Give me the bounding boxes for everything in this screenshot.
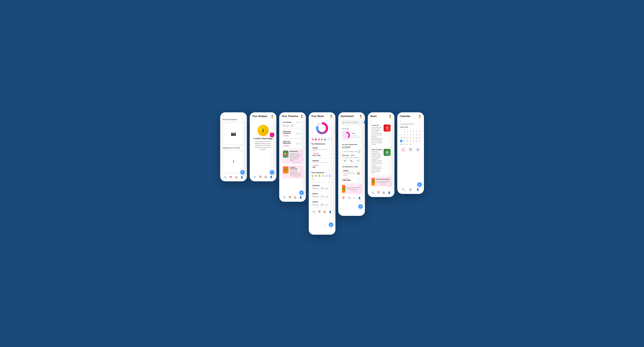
edit-button[interactable]: ✏ xyxy=(330,185,332,187)
nav-profile-icon[interactable]: 👤 xyxy=(358,197,361,199)
prev-month-button[interactable]: ‹ xyxy=(420,126,420,128)
symptom-chip-more[interactable]: … xyxy=(311,178,314,181)
cal-day-10[interactable]: 10 xyxy=(409,133,412,136)
nav-profile-icon[interactable]: 👤 xyxy=(416,188,419,191)
check-button[interactable]: ✓ xyxy=(299,132,302,135)
scan-camera-button[interactable]: 📷 xyxy=(222,122,245,145)
add-appointment-button[interactable]: 📅 xyxy=(408,147,413,152)
fab-add-button[interactable]: + xyxy=(240,170,245,174)
next-month-button[interactable]: › xyxy=(421,126,421,128)
edit-button[interactable]: ✏ xyxy=(359,179,360,181)
edit-calendar-button[interactable]: ✏️ xyxy=(401,147,406,152)
notification-button[interactable]: 🔔 xyxy=(364,120,365,124)
back-button[interactable]: ← xyxy=(222,114,245,117)
cal-day-5[interactable]: 5 xyxy=(416,130,418,133)
nav-profile-icon[interactable]: 👤 xyxy=(270,176,272,178)
cal-day-31[interactable]: 31 xyxy=(409,143,412,146)
symptom-chip-6[interactable]: 🌡 xyxy=(328,174,331,177)
symptom-chip-nausea[interactable]: 🤢 xyxy=(315,174,318,177)
cal-day-25[interactable]: 25 xyxy=(412,140,415,142)
fab-add-button[interactable]: + xyxy=(329,222,333,227)
nav-home-icon[interactable]: 🏠 xyxy=(264,176,267,178)
cal-day-7[interactable]: 7 xyxy=(400,133,402,136)
back-button[interactable]: ← xyxy=(252,120,254,122)
cal-day-19[interactable]: 19 xyxy=(416,136,418,139)
cal-day-4[interactable]: 4 xyxy=(412,130,415,133)
nav-search-icon[interactable]: 🔍 xyxy=(283,196,286,199)
edit-button[interactable]: ✏ xyxy=(330,153,332,155)
nav-calendar-icon[interactable]: 📅 xyxy=(377,191,380,194)
nav-search-icon[interactable]: 🔍 xyxy=(348,197,350,199)
who-guidelines-news-card[interactable]: WHO Guidelines The WHO just announced ne… xyxy=(370,148,392,175)
check-button[interactable]: ✓ xyxy=(299,142,302,145)
cal-day-1[interactable]: 1 xyxy=(403,130,406,133)
symptom-chip-5[interactable]: 💧 xyxy=(325,174,328,177)
nav-home-icon[interactable]: 🏠 xyxy=(409,188,412,191)
edit-button[interactable]: ✏ xyxy=(296,132,299,135)
nav-profile-icon[interactable]: 👤 xyxy=(388,191,390,194)
edit-button[interactable]: ✏ xyxy=(296,142,299,145)
fab-add-button[interactable]: + xyxy=(270,170,274,174)
cal-day-16[interactable]: 16 xyxy=(406,136,409,139)
back-button[interactable]: ← xyxy=(400,120,402,122)
nav-calendar-icon[interactable]: 📅 xyxy=(342,197,345,199)
cal-day-29[interactable]: 29 xyxy=(403,143,406,146)
fab-add-button[interactable]: + xyxy=(417,182,422,187)
cal-day-23[interactable]: 23 xyxy=(406,140,409,142)
symptom-chip-headache[interactable]: 🤕 xyxy=(311,174,314,177)
cal-day-2[interactable]: 2 xyxy=(406,130,409,133)
cal-day-11[interactable]: 11 xyxy=(412,133,415,136)
nav-profile-icon[interactable]: 👤 xyxy=(299,196,302,199)
edit-action-button[interactable]: ✏ xyxy=(355,159,361,162)
phone-action-button[interactable]: 📞 xyxy=(348,159,354,162)
cal-day-22[interactable]: 22 xyxy=(403,140,406,142)
share-button[interactable]: ↑ xyxy=(270,133,274,137)
cal-day-12[interactable]: 12 xyxy=(416,133,418,136)
cal-day-17[interactable]: 17 xyxy=(409,136,412,139)
cal-day-13[interactable]: 13 xyxy=(418,133,422,136)
cal-day-15[interactable]: 15 xyxy=(403,136,406,139)
edit-button[interactable]: ✏ xyxy=(330,193,332,195)
cal-day-30[interactable]: 30 xyxy=(406,143,409,146)
nav-calendar-icon[interactable]: 📅 xyxy=(229,176,232,179)
symptom-chip-anxiety[interactable]: 😰 xyxy=(318,174,321,177)
nav-search-icon[interactable]: 🔍 xyxy=(312,211,315,213)
nav-calendar-icon[interactable]: 📅 xyxy=(318,211,321,213)
nav-search-icon[interactable]: 🔍 xyxy=(254,176,256,178)
nav-home-icon[interactable]: 🏠 xyxy=(294,196,296,199)
fab-add-button[interactable]: + xyxy=(358,204,363,209)
symptom-chip-4[interactable]: 💊 xyxy=(322,174,324,177)
message-action-button[interactable]: ✉ xyxy=(342,159,348,162)
nav-home-icon[interactable]: 🏠 xyxy=(382,191,385,194)
cal-day-27[interactable]: 27 xyxy=(418,140,422,142)
nav-calendar-icon[interactable]: 📅 xyxy=(288,196,291,199)
nav-home-icon[interactable]: 🏠 xyxy=(323,211,326,213)
cal-day-21-today[interactable]: 21 xyxy=(400,140,402,142)
fab-add-button[interactable]: + xyxy=(299,190,304,195)
nav-calendar-icon[interactable]: 📅 xyxy=(259,176,262,178)
cal-day-20[interactable]: 20 xyxy=(418,136,422,139)
check-button[interactable]: ✓ xyxy=(299,121,302,124)
nav-profile-icon[interactable]: 👤 xyxy=(329,211,332,213)
view-calendar-button[interactable]: 🗓️ xyxy=(416,147,420,152)
search-input[interactable] xyxy=(345,122,363,123)
cal-day-6[interactable]: 6 xyxy=(418,130,422,133)
back-button[interactable]: ← xyxy=(370,120,372,122)
nav-search-icon[interactable]: 🔍 xyxy=(224,176,226,179)
nav-search-icon[interactable]: 🔍 xyxy=(372,191,374,194)
cal-day-18[interactable]: 18 xyxy=(412,136,415,139)
cal-day-3[interactable]: 3 xyxy=(409,130,412,133)
nav-profile-icon[interactable]: 👤 xyxy=(240,176,243,179)
edit-button[interactable]: ✏ xyxy=(330,165,332,167)
nav-search-icon[interactable]: 🔍 xyxy=(402,188,405,191)
cancer-uk-news-card[interactable]: Cancer UK New Developments in Cancer Res… xyxy=(370,123,392,146)
upload-button[interactable]: ⬆ xyxy=(222,150,245,173)
edit-button[interactable]: ✏ xyxy=(330,201,332,203)
nav-home-icon[interactable]: 🏠 xyxy=(235,176,238,179)
cal-day-26[interactable]: 26 xyxy=(416,140,418,142)
cal-day-24[interactable]: 24 xyxy=(409,140,412,142)
cal-day-9[interactable]: 9 xyxy=(406,133,409,136)
cal-day-14[interactable]: 14 xyxy=(400,136,402,139)
edit-button[interactable]: ✏ xyxy=(296,121,299,124)
cal-day-28[interactable]: 28 xyxy=(400,143,402,146)
